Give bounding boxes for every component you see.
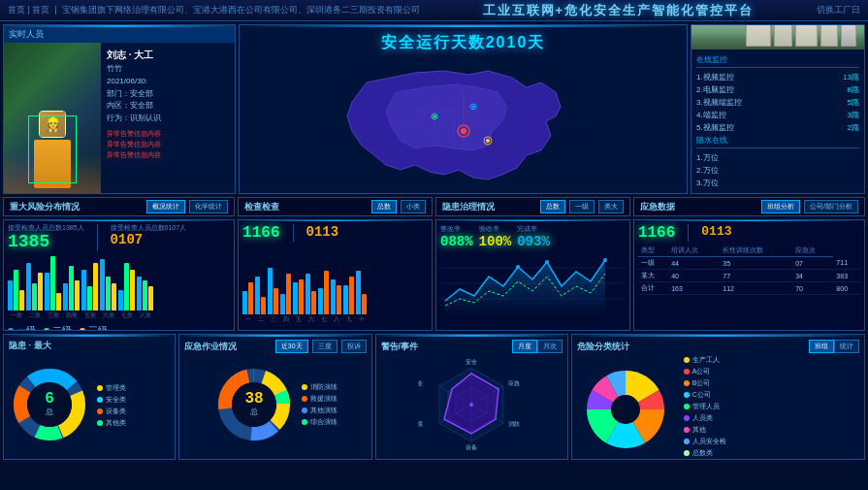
bars — [81, 263, 98, 310]
legend-dot-3 — [97, 408, 103, 414]
table-cell: 一级 — [638, 257, 668, 270]
main-content: 实时人员 👷 刘志 · 大工 — [0, 21, 868, 490]
bp3-tab2[interactable]: 月次 — [537, 340, 563, 353]
bp4-dot-5 — [684, 404, 690, 409]
panel2-title: 检查检查 — [244, 201, 279, 213]
legend-dot-1 — [97, 385, 103, 391]
bp4-content: 生产工人 A公司 B公司 C公司 — [577, 355, 859, 458]
bar-item — [81, 270, 86, 310]
bottom-panel-4: 危险分类统计 班组 统计 — [571, 334, 865, 460]
tabs-bar: 重大风险分布情况 概况统计 化学统计 检查检查 总数 小类 隐患治理情况 总数 … — [3, 197, 865, 216]
bar-group: 五类 — [81, 263, 98, 320]
bar-group: 一 — [242, 282, 253, 324]
panel1-tab2[interactable]: 化学统计 — [189, 200, 228, 213]
top-bar-right[interactable]: 切换工厂日 — [817, 4, 860, 16]
table-cell: 07 — [792, 257, 833, 270]
metric1-block: 接受检查人员总数1385人 1385 — [8, 224, 84, 251]
bottom-panel-3: 警告/事件 月度 月次 — [375, 334, 568, 460]
table-cell: 40 — [668, 270, 720, 282]
bp4-txt-9: 总数类 — [692, 448, 713, 458]
panel3-tab1[interactable]: 总数 — [540, 200, 565, 213]
bp1-content: 6 总 管理类 安全类 设备类 — [9, 356, 170, 454]
bar-item — [299, 279, 304, 314]
bar-group: 八 — [331, 279, 341, 324]
detection-box — [28, 115, 77, 183]
stat-label-2: 2.电脑监控 — [696, 84, 734, 95]
bar-group: 九 — [343, 277, 354, 324]
table-body: 一级443507711某大407734383合计16311270800 — [638, 257, 860, 295]
chart1-metrics: 接受检查人员总数1385人 1385 接受检查人员总数0107人 0107 — [8, 224, 186, 251]
stat-row-2: 2.电脑监控 8路 — [696, 84, 859, 95]
legend-2: 安全类 — [97, 395, 126, 405]
bottom-panel-1: 隐患 · 最大 6 总 — [3, 334, 176, 460]
bp2-legend: 消防演练 救援演练 其他演练 综合演练 — [302, 382, 338, 427]
nav-home[interactable]: 首页 | 首页 — [8, 5, 49, 15]
chart3-val2: 100% — [479, 234, 512, 249]
panel3-tab3[interactable]: 类大 — [598, 200, 624, 213]
bp2-title: 应急作业情况 — [184, 341, 237, 353]
bp2-tab2[interactable]: 三度 — [312, 340, 338, 353]
stat-row-5: 5.视频监控 2路 — [696, 122, 859, 133]
bars — [118, 263, 135, 310]
bp4-extra[interactable]: 统计 — [834, 340, 859, 353]
svg-text:总: 总 — [45, 408, 53, 416]
bar-label: 七类 — [121, 311, 133, 320]
bar-item — [324, 271, 329, 314]
chart1-legend: 一级 二级 三级 — [8, 324, 230, 331]
stat-row-3: 3.视频端监控 5路 — [696, 97, 859, 108]
bar-group: 二类 — [26, 263, 43, 320]
bp4-txt-2: A公司 — [692, 367, 711, 376]
bar-label: 九 — [346, 315, 352, 324]
subtitle: 宝钢集团旗下网络治理有限公司、宝港大港西在公司有限公司、深圳港务二三期投资有限公… — [62, 5, 420, 15]
bars — [45, 256, 61, 310]
video-title: 实时人员 — [9, 28, 44, 41]
panel2-tab1[interactable]: 总数 — [371, 200, 397, 213]
panel2-tab2[interactable]: 小类 — [401, 200, 426, 213]
left-video-panel: 实时人员 👷 刘志 · 大工 — [3, 24, 236, 194]
bar-label: 三类 — [48, 311, 59, 320]
bar-item — [343, 285, 348, 314]
emergency-table: 类型 培训人次 长性训练次数 应急次 一级443507711某大40773438… — [638, 245, 860, 295]
bar-item — [349, 277, 354, 314]
panel4-tab2[interactable]: 公司/部门分析 — [804, 200, 858, 213]
bp3-tab1[interactable]: 月度 — [512, 340, 537, 353]
stat-value-5: 2路 — [848, 122, 859, 133]
bp4-txt-1: 生产工人 — [692, 355, 720, 365]
legend-yellow-text: 三级 — [88, 324, 108, 331]
panel3-tab2[interactable]: 一级 — [569, 200, 595, 213]
bars — [331, 279, 341, 314]
table-row: 合计16311270800 — [638, 282, 860, 295]
bars — [26, 263, 43, 310]
panel4-tab1[interactable]: 班组分析 — [761, 200, 800, 213]
legend-blue: 一级 — [8, 324, 36, 331]
panel1-tab1[interactable]: 概况统计 — [146, 200, 185, 213]
stat-label: 1.视频监控 — [696, 72, 734, 82]
bp2-tab1[interactable]: 近30天 — [275, 340, 308, 353]
legend-dot-4 — [97, 420, 103, 426]
svg-point-50 — [611, 395, 640, 424]
bars — [318, 271, 329, 314]
bp4-tab1[interactable]: 班组 — [809, 340, 834, 353]
bar-item — [14, 270, 18, 310]
bars — [293, 279, 304, 314]
bar-label: 五 — [296, 315, 302, 324]
bp4-txt-4: C公司 — [692, 390, 711, 400]
bp4-txt-3: B公司 — [692, 378, 711, 388]
bottom-panel-2: 应急作业情况 近30天 三度 投诉 38 总 — [178, 334, 371, 460]
bp4-leg-4: C公司 — [684, 390, 726, 400]
chart3-val1: 088% — [440, 234, 473, 249]
metric2-label: 接受检查人员总数0107人 — [111, 224, 187, 232]
bar-group: 三 — [268, 268, 278, 324]
table-row: 一级443507711 — [638, 257, 860, 270]
table-cell: 800 — [833, 282, 860, 295]
tabs-panel-1: 重大风险分布情况 概况统计 化学统计 — [3, 197, 235, 216]
table-cell: 711 — [833, 257, 860, 270]
area-info: 内区：安全部 — [107, 100, 229, 113]
bar-item — [93, 263, 98, 310]
stat-label-6: 1.万位 — [696, 152, 719, 163]
stat-row-1: 1.视频监控 13路 — [696, 72, 859, 82]
bar-item — [56, 293, 61, 310]
person-tag: 竹竹 — [107, 63, 229, 76]
bp2-tab3[interactable]: 投诉 — [341, 340, 367, 353]
chart2-header: 1166 0113 — [242, 224, 428, 242]
